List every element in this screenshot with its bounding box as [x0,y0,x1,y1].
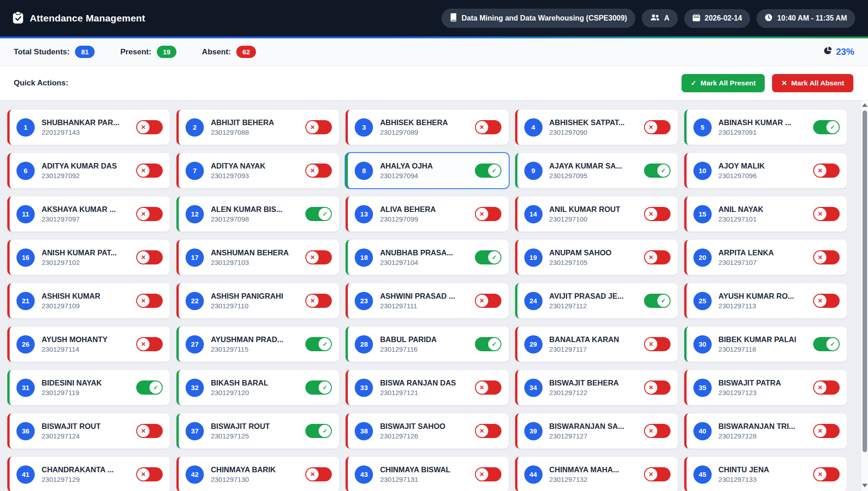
attendance-toggle[interactable]: ✓ [644,164,671,178]
attendance-toggle[interactable]: ✓ [305,337,332,351]
attendance-toggle[interactable]: ✕ [475,467,501,481]
student-roll-number: 2301297098 [211,215,282,223]
student-name: BISWAJIT ROUT [211,422,270,431]
attendance-toggle[interactable]: ✕ [136,120,163,134]
student-number-badge: 13 [355,205,373,223]
student-name: ANUPAM SAHOO [549,248,612,257]
attendance-toggle[interactable]: ✕ [644,337,671,351]
student-number-badge: 42 [186,465,204,484]
attendance-toggle[interactable]: ✕ [813,424,840,438]
student-number-badge: 15 [693,205,712,223]
attendance-toggle[interactable]: ✕ [813,250,840,264]
attendance-toggle[interactable]: ✕ [813,164,840,178]
student-number-badge: 30 [693,335,712,354]
attendance-toggle[interactable]: ✓ [475,250,501,264]
attendance-toggle[interactable]: ✕ [305,250,332,264]
toggle-knob-icon: ✕ [476,425,488,437]
time-chip: 10:40 AM - 11:35 AM [756,9,855,28]
student-roll-number: 2301297107 [719,259,774,266]
student-card: 43CHINMAYA BISWAL2301297131✕ [346,457,508,491]
attendance-toggle[interactable]: ✕ [475,380,501,395]
attendance-toggle[interactable]: ✕ [136,337,163,351]
toggle-knob-icon: ✕ [814,208,826,220]
attendance-toggle[interactable]: ✕ [475,424,501,438]
attendance-toggle[interactable]: ✕ [644,120,671,134]
attendance-toggle[interactable]: ✕ [644,467,671,481]
attendance-toggle[interactable]: ✓ [813,337,840,351]
student-roll-number: 2301297102 [42,259,117,266]
scroll-up-arrow-icon[interactable] [862,103,868,107]
vertical-scrollbar[interactable] [861,100,868,491]
attendance-toggle[interactable]: ✕ [136,207,163,221]
attendance-toggle[interactable]: ✕ [136,424,163,438]
student-grid: 1SHUBHANKAR PAR...2201297143✕2ABHIJIT BE… [7,110,847,491]
student-card: 3ABHISEK BEHERA2301297089✕ [346,110,508,145]
attendance-toggle[interactable]: ✕ [644,424,671,438]
student-name: ANUBHAB PRASA... [380,248,453,257]
student-card: 11AKSHAYA KUMAR ...2301297097✕ [7,196,170,232]
attendance-toggle[interactable]: ✕ [644,380,671,395]
cross-icon: ✕ [781,79,787,87]
attendance-toggle[interactable]: ✓ [644,294,671,308]
student-number-badge: 37 [186,422,204,440]
student-card: 7ADITYA NAYAK2301297093✕ [176,153,339,188]
student-name: ADITYA NAYAK [211,162,266,170]
attendance-toggle[interactable]: ✕ [136,164,163,178]
student-name: ABHISEK BEHERA [380,118,448,127]
student-card: 22ASHISH PANIGRAHI2301297110✕ [176,283,339,318]
scrollbar-thumb[interactable] [863,111,867,452]
absent-stat: Absent: 62 [202,46,256,58]
toggle-knob-icon: ✕ [645,425,657,437]
student-name: ANIL KUMAR ROUT [549,205,621,214]
time-chip-label: 10:40 AM - 11:35 AM [777,14,847,22]
attendance-toggle[interactable]: ✕ [305,120,332,134]
student-number-badge: 21 [16,292,35,310]
attendance-toggle[interactable]: ✕ [813,294,840,308]
attendance-toggle[interactable]: ✕ [475,294,501,308]
student-roll-number: 2301297101 [719,215,763,223]
student-card: 13ALIVA BEHERA2301297099✕ [346,196,508,232]
attendance-toggle[interactable]: ✕ [305,164,332,178]
attendance-toggle[interactable]: ✕ [813,207,840,221]
attendance-toggle[interactable]: ✓ [475,337,501,351]
attendance-toggle[interactable]: ✕ [475,120,501,134]
attendance-toggle[interactable]: ✓ [305,380,332,395]
student-roll-number: 2301297090 [549,128,625,136]
attendance-toggle[interactable]: ✕ [305,467,332,481]
attendance-toggle[interactable]: ✓ [475,164,501,178]
attendance-toggle[interactable]: ✕ [475,207,501,221]
toggle-knob-icon: ✓ [319,425,331,437]
student-name: CHANDRAKANTA ... [42,465,114,474]
student-card: 28BABUL PARIDA2301297116✓ [346,327,508,362]
attendance-toggle[interactable]: ✕ [644,250,671,264]
student-grid-area: 1SHUBHANKAR PAR...2201297143✕2ABHIJIT BE… [0,100,868,491]
student-name: ALIVA BEHERA [380,205,436,214]
attendance-toggle[interactable]: ✕ [305,294,332,308]
student-card: 4ABHISHEK SATPAT...2301297090✕ [515,110,678,145]
student-roll-number: 2301297103 [211,259,289,266]
student-roll-number: 2301297092 [42,172,117,180]
users-icon [650,14,660,23]
mark-all-present-button[interactable]: ✓ Mark All Present [682,74,765,92]
attendance-toggle[interactable]: ✕ [644,207,671,221]
toggle-knob-icon: ✕ [137,164,149,177]
student-roll-number: 2301297116 [380,345,437,353]
toggle-knob-icon: ✕ [814,251,826,264]
toggle-knob-icon: ✓ [488,338,501,350]
scroll-down-arrow-icon[interactable] [862,484,868,487]
attendance-toggle[interactable]: ✓ [136,380,163,395]
attendance-toggle[interactable]: ✕ [136,294,163,308]
attendance-toggle[interactable]: ✓ [813,120,840,134]
stats-bar: Total Students: 81 Present: 19 Absent: 6… [0,38,868,66]
attendance-toggle[interactable]: ✕ [813,380,840,395]
student-roll-number: 2301297120 [211,389,268,396]
toggle-knob-icon: ✕ [306,468,319,480]
attendance-toggle[interactable]: ✓ [305,207,332,221]
student-name: AHALYA OJHA [380,162,433,170]
mark-all-absent-button[interactable]: ✕ Mark All Absent [772,74,853,92]
attendance-toggle[interactable]: ✕ [813,467,840,481]
attendance-toggle[interactable]: ✕ [136,467,163,481]
student-number-badge: 9 [524,162,543,180]
attendance-toggle[interactable]: ✓ [305,424,332,438]
attendance-toggle[interactable]: ✕ [136,250,163,264]
